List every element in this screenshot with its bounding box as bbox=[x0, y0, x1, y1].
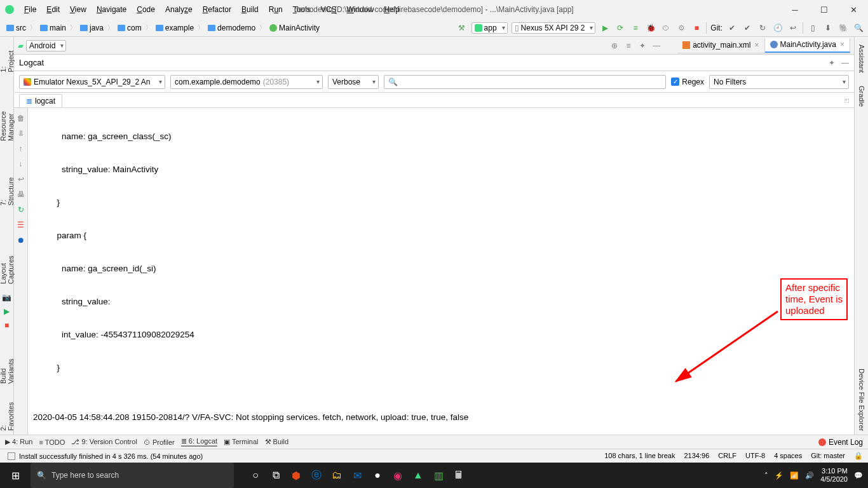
process-dropdown[interactable]: com.example.demodemo (20385) bbox=[170, 75, 323, 89]
tool-gradle[interactable]: Gradle bbox=[857, 82, 867, 111]
logcat-content[interactable]: name: ga_screen_class(_sc) string_value:… bbox=[28, 108, 854, 435]
tool-run[interactable]: ▶ 4: Run bbox=[5, 438, 32, 446]
menu-file[interactable]: File bbox=[20, 4, 40, 15]
lock-icon[interactable]: 🔒 bbox=[854, 452, 863, 460]
crumb-java[interactable]: java bbox=[78, 23, 106, 33]
apply-code-button[interactable]: ≡ bbox=[630, 22, 641, 34]
hide-panel-icon[interactable]: — bbox=[841, 58, 849, 67]
tray-network-icon[interactable]: ⚡ bbox=[775, 471, 783, 480]
window-mode-icon[interactable] bbox=[8, 452, 15, 460]
git-branch[interactable]: Git: master bbox=[811, 452, 845, 460]
git-update-icon[interactable]: ↻ bbox=[757, 22, 768, 34]
tool-layout-captures[interactable]: Layout Captures bbox=[0, 232, 16, 288]
up-icon[interactable]: ↑ bbox=[16, 144, 26, 154]
project-view-selector[interactable]: Android bbox=[26, 40, 66, 51]
event-log[interactable]: Event Log bbox=[818, 438, 863, 447]
tray-wifi-icon[interactable]: 📶 bbox=[790, 471, 799, 480]
log-search[interactable]: 🔍 bbox=[384, 75, 666, 89]
menu-navigate[interactable]: Navigate bbox=[93, 4, 130, 15]
clock-date[interactable]: 4/5/2020 bbox=[820, 475, 848, 484]
instagram-icon[interactable]: ◉ bbox=[389, 466, 407, 484]
tool-terminal[interactable]: ▣ Terminal bbox=[224, 438, 258, 446]
tool-todo[interactable]: ≡ TODO bbox=[39, 438, 65, 446]
gear-icon[interactable]: ✦ bbox=[829, 58, 835, 67]
git-history-icon[interactable]: 🕘 bbox=[772, 22, 783, 34]
screen-record-icon[interactable]: ⏺ bbox=[16, 235, 26, 245]
menu-run[interactable]: Run bbox=[265, 4, 287, 15]
tool-logcat[interactable]: ≣ 6: Logcat bbox=[181, 437, 217, 447]
stop-button[interactable]: ■ bbox=[691, 22, 702, 34]
tool-project[interactable]: 1: Project bbox=[0, 41, 16, 76]
notepad-icon[interactable]: ▥ bbox=[430, 466, 447, 484]
tool-build-variants[interactable]: Build Variants bbox=[0, 340, 16, 388]
crumb-example[interactable]: example bbox=[153, 23, 196, 33]
restart-icon[interactable]: ↻ bbox=[16, 205, 26, 215]
menu-edit[interactable]: Edit bbox=[43, 4, 64, 15]
soft-wrap-icon[interactable]: ↩ bbox=[16, 174, 26, 184]
logcat-tab[interactable]: ≣logcat bbox=[19, 94, 62, 107]
tab-activity-main[interactable]: activity_main.xml× bbox=[677, 38, 764, 53]
menu-code[interactable]: Code bbox=[133, 4, 159, 15]
git-revert-icon[interactable]: ↩ bbox=[787, 22, 799, 34]
close-tab-icon[interactable]: × bbox=[754, 41, 759, 50]
cursor-position[interactable]: 2134:96 bbox=[684, 452, 710, 460]
clock-time[interactable]: 3:10 PM bbox=[820, 467, 848, 475]
crumb-src[interactable]: src bbox=[4, 23, 29, 33]
tool-vcs[interactable]: ⎇ 9: Version Control bbox=[71, 438, 137, 446]
maximize-button[interactable]: ☐ bbox=[810, 0, 839, 19]
sync-project-icon[interactable]: 🐘 bbox=[837, 22, 849, 34]
crumb-demodemo[interactable]: demodemo bbox=[205, 23, 258, 33]
indent-info[interactable]: 4 spaces bbox=[774, 452, 802, 460]
android-studio-icon[interactable]: ▲ bbox=[409, 466, 427, 484]
tool-structure[interactable]: 7: Structure bbox=[0, 168, 16, 209]
print-icon[interactable]: 🖶 bbox=[16, 189, 26, 200]
line-separator[interactable]: CRLF bbox=[718, 452, 736, 460]
clear-log-icon[interactable]: 🗑 bbox=[16, 113, 26, 123]
tool-device-explorer[interactable]: Device File Explorer bbox=[857, 365, 867, 435]
camera-icon[interactable]: 📷 bbox=[3, 293, 11, 302]
tool-build[interactable]: ⚒ Build bbox=[265, 438, 289, 446]
hide-icon[interactable]: — bbox=[651, 40, 662, 51]
crumb-mainactivity[interactable]: MainActivity bbox=[267, 23, 322, 33]
debug-button[interactable]: 🐞 bbox=[645, 22, 656, 34]
profile-button[interactable]: ⏲ bbox=[660, 22, 672, 34]
mail-icon[interactable]: ✉ bbox=[348, 466, 366, 484]
tool-favorites[interactable]: 2: Favorites bbox=[0, 393, 16, 435]
logcat-settings-icon[interactable]: ⏍ bbox=[844, 96, 849, 105]
attach-debugger-button[interactable]: ⚙ bbox=[675, 22, 687, 34]
taskbar-search[interactable]: 🔍 Type here to search bbox=[31, 463, 234, 488]
device-selector[interactable]: ▯Nexus 5X API 29 2 bbox=[512, 22, 596, 34]
menu-refactor[interactable]: Refactor bbox=[199, 4, 235, 15]
close-tab-icon[interactable]: × bbox=[840, 40, 844, 49]
stop-red-icon[interactable]: ■ bbox=[3, 321, 11, 330]
menu-view[interactable]: View bbox=[66, 4, 90, 15]
menu-analyze[interactable]: Analyze bbox=[161, 4, 196, 15]
menu-build[interactable]: Build bbox=[238, 4, 262, 15]
git-push-icon[interactable]: ✔ bbox=[742, 22, 753, 34]
scroll-to-end-icon[interactable]: ⥥ bbox=[16, 128, 26, 139]
build-hammer-icon[interactable]: ⚒ bbox=[456, 22, 468, 34]
log-search-input[interactable] bbox=[398, 78, 661, 86]
git-commit-icon[interactable]: ✔ bbox=[726, 22, 738, 34]
target-icon[interactable]: ⊕ bbox=[609, 40, 620, 51]
collapse-icon[interactable]: ≡ bbox=[623, 40, 634, 51]
crumb-com[interactable]: com bbox=[115, 23, 144, 33]
file-encoding[interactable]: UTF-8 bbox=[745, 452, 765, 460]
filter-dropdown[interactable]: No Filters bbox=[709, 75, 849, 89]
task-view-icon[interactable]: ⧉ bbox=[267, 466, 285, 484]
chrome-icon[interactable]: ● bbox=[369, 466, 386, 484]
crumb-main[interactable]: main bbox=[37, 23, 69, 33]
avd-manager-icon[interactable]: ▯ bbox=[807, 22, 818, 34]
tool-profiler[interactable]: ⏲ Profiler bbox=[144, 438, 175, 446]
regex-checkbox[interactable]: ✓Regex bbox=[671, 78, 704, 86]
tool-resource-manager[interactable]: Resource Manager bbox=[0, 81, 16, 145]
tab-mainactivity[interactable]: MainActivity.java× bbox=[765, 38, 851, 53]
sdk-manager-icon[interactable]: ⬇ bbox=[822, 22, 834, 34]
log-level-dropdown[interactable]: Verbose bbox=[328, 75, 379, 89]
close-button[interactable]: ✕ bbox=[839, 0, 868, 19]
run-button[interactable]: ▶ bbox=[599, 22, 611, 34]
settings-icon[interactable]: ✦ bbox=[637, 40, 648, 51]
screenshot-icon[interactable]: ☰ bbox=[16, 220, 26, 230]
minimize-button[interactable]: ─ bbox=[780, 0, 810, 19]
apply-changes-button[interactable]: ⟳ bbox=[614, 22, 626, 34]
